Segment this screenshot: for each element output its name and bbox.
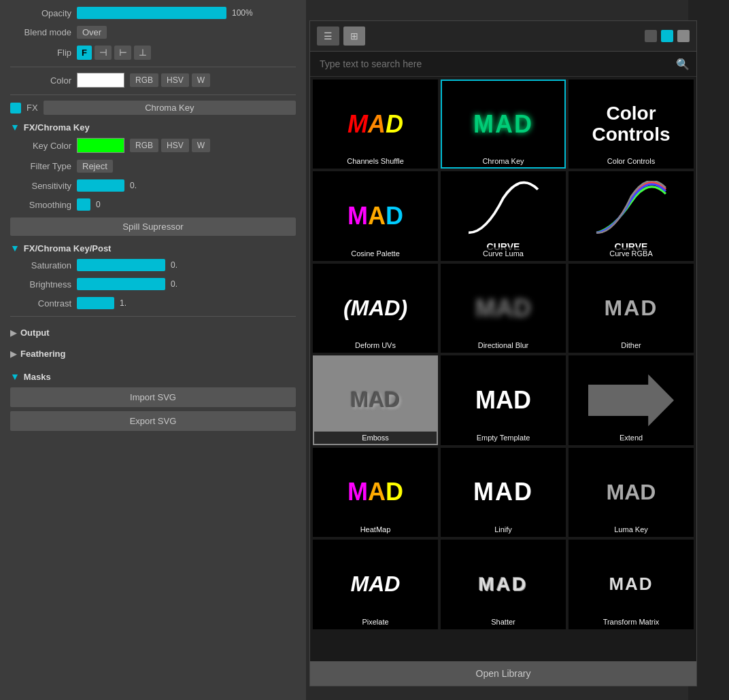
view-option-1[interactable] (645, 30, 657, 42)
flip-diag-button[interactable]: ⊢ (114, 46, 131, 60)
shatter-thumb: MAD (442, 541, 564, 627)
chroma-post-arrow: ▼ (10, 243, 20, 253)
pixelate-label: Pixelate (314, 616, 437, 628)
color-controls-thumb: ColorControls (570, 81, 692, 167)
masks-label: Masks (24, 372, 51, 382)
fx-chroma-post-section[interactable]: ▼ FX/Chroma Key/Post (10, 243, 296, 253)
search-icon[interactable]: 🔍 (676, 58, 690, 71)
sensitivity-slider[interactable] (77, 179, 124, 192)
search-input[interactable] (317, 56, 676, 72)
filter-type-value[interactable]: Reject (77, 160, 113, 173)
sensitivity-label: Sensitivity (10, 181, 71, 191)
feathering-section[interactable]: ▶ Feathering (10, 343, 296, 364)
curve-luma-item[interactable]: CURVE Curve Luma (441, 171, 566, 260)
shatter-item[interactable]: MAD Shatter (441, 540, 566, 629)
directional-blur-item[interactable]: MAD Directional Blur (441, 264, 566, 353)
empty-graphic: MAD (475, 386, 531, 415)
flip-rot-button[interactable]: ⊥ (134, 46, 151, 60)
opacity-value: 100% (232, 8, 253, 18)
color-controls-graphic: ColorControls (592, 103, 670, 145)
empty-template-label: Empty Template (442, 432, 564, 444)
key-color-swatch[interactable] (77, 138, 124, 153)
curve-luma-label: Curve Luma (442, 247, 564, 260)
dither-item[interactable]: MAD Dither (569, 264, 694, 353)
deform-uvs-item[interactable]: (MAD) Deform UVs (313, 264, 438, 353)
key-w-button[interactable]: W (192, 139, 210, 152)
emboss-thumb: MAD (314, 357, 437, 443)
opacity-label: Opacity (10, 8, 71, 18)
spill-supressor-button[interactable]: Spill Supressor (10, 217, 296, 236)
cosine-palette-thumb: MAD (314, 173, 437, 259)
masks-section: ▼ Masks Import SVG Export SVG (10, 371, 296, 431)
channels-shuffle-thumb: MAD (314, 81, 437, 167)
emboss-item[interactable]: MAD Emboss (313, 355, 438, 444)
flip-v-button[interactable]: ⊣ (95, 46, 112, 60)
linify-item[interactable]: MAD Linify (441, 448, 566, 537)
w-button[interactable]: W (192, 73, 210, 87)
flip-h-button[interactable]: F (77, 46, 92, 60)
heatmap-item[interactable]: MAD HeatMap (313, 448, 438, 537)
grid-view-tab[interactable]: ⊞ (343, 27, 365, 46)
fx-value[interactable]: Chroma Key (44, 101, 296, 115)
curve-rgba-label: Curve RGBA (570, 247, 692, 260)
view-option-3[interactable] (677, 30, 690, 42)
deform-uvs-label: Deform UVs (314, 339, 437, 351)
sensitivity-value: 0. (130, 181, 150, 190)
cosine-graphic: MAD (347, 202, 403, 230)
import-svg-button[interactable]: Import SVG (10, 387, 296, 407)
key-rgb-button[interactable]: RGB (130, 139, 158, 152)
opacity-slider[interactable] (77, 7, 226, 19)
hsv-button[interactable]: HSV (161, 73, 189, 87)
luma-key-thumb: MAD (570, 449, 692, 536)
fx-label: FX (27, 103, 38, 113)
view-option-2[interactable] (661, 30, 673, 42)
color-controls-item[interactable]: ColorControls Color Controls (569, 80, 694, 169)
cosine-palette-item[interactable]: MAD Cosine Palette (313, 171, 438, 260)
channels-shuffle-item[interactable]: MAD Channels Shuffle (313, 80, 438, 169)
color-swatch[interactable] (77, 73, 124, 88)
curve-luma-svg (454, 181, 552, 241)
luma-key-graphic: MAD (607, 480, 656, 505)
fx-indicator (10, 103, 21, 113)
chroma-post-label: FX/Chroma Key/Post (24, 243, 112, 253)
cosine-palette-label: Cosine Palette (314, 247, 437, 260)
dither-label: Dither (570, 339, 692, 351)
export-svg-button[interactable]: Export SVG (10, 411, 296, 431)
chroma-key-arrow: ▼ (10, 122, 20, 133)
rgb-button[interactable]: RGB (130, 73, 158, 87)
flip-buttons: F ⊣ ⊢ ⊥ (77, 46, 151, 60)
transform-graphic: MAD (609, 574, 653, 595)
filter-type-label: Filter Type (10, 161, 71, 171)
extend-item[interactable]: Extend (569, 355, 694, 444)
luma-key-item[interactable]: MAD Luma Key (569, 448, 694, 537)
search-bar: 🔍 (310, 52, 696, 77)
luma-key-label: Luma Key (570, 523, 692, 536)
open-library-button[interactable]: Open Library (310, 661, 696, 686)
chroma-key-item[interactable]: MAD Chroma Key (441, 80, 566, 169)
color-mode-buttons: RGB HSV W (130, 73, 210, 87)
key-hsv-button[interactable]: HSV (161, 139, 189, 152)
key-color-buttons: RGB HSV W (130, 139, 210, 152)
fx-chroma-key-section[interactable]: ▼ FX/Chroma Key (10, 122, 296, 133)
brightness-slider[interactable] (77, 278, 165, 290)
curve-rgba-item[interactable]: CURVE Curve RGBA (569, 171, 694, 260)
smoothing-slider[interactable] (77, 198, 90, 211)
saturation-label: Saturation (10, 260, 71, 270)
directional-blur-thumb: MAD (442, 265, 564, 351)
emboss-label: Emboss (314, 432, 437, 444)
masks-header[interactable]: ▼ Masks (10, 371, 296, 382)
pixelate-item[interactable]: MAD Pixelate (313, 540, 438, 629)
blend-mode-value[interactable]: Over (77, 26, 107, 39)
empty-template-item[interactable]: MAD Empty Template (441, 355, 566, 444)
flip-label: Flip (10, 48, 71, 58)
contrast-slider[interactable] (77, 297, 114, 309)
transform-matrix-item[interactable]: MAD Transform Matrix (569, 540, 694, 629)
saturation-slider[interactable] (77, 259, 165, 271)
feathering-arrow: ▶ (10, 349, 16, 359)
blend-mode-label: Blend mode (10, 27, 71, 37)
linify-thumb: MAD (442, 449, 564, 536)
output-section[interactable]: ▶ Output (10, 322, 296, 343)
dither-thumb: MAD (570, 265, 692, 351)
list-view-tab[interactable]: ☰ (317, 27, 339, 46)
smoothing-label: Smoothing (10, 200, 71, 210)
